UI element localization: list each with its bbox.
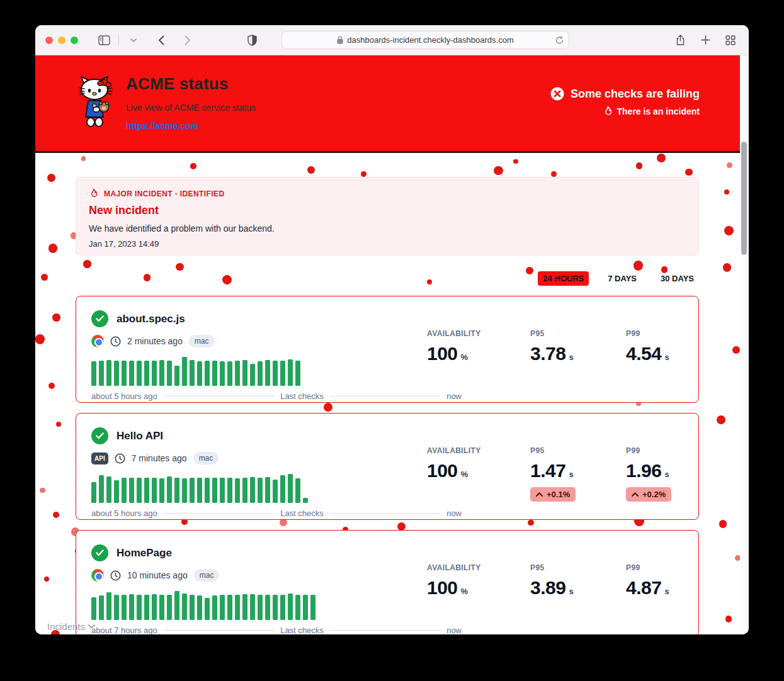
scrollbar-thumb[interactable]	[741, 142, 747, 255]
check-result-bar	[235, 478, 240, 503]
check-result-bar	[265, 477, 270, 503]
x-circle-icon	[550, 87, 564, 101]
check-result-bar	[106, 476, 111, 503]
timeline-divider	[164, 396, 274, 397]
incident-timestamp: Jan 17, 2023 14:49	[89, 239, 686, 249]
p95-delta-badge: +0.1%	[530, 487, 576, 502]
tab-7-days[interactable]: 7 DAYS	[603, 271, 642, 286]
clock-icon	[110, 570, 121, 581]
check-card-homepage: HomePage 10 minutes ago mac abo	[76, 530, 699, 634]
timeline-start: about 5 hours ago	[91, 509, 157, 518]
p99-value: 1.96	[626, 460, 661, 481]
check-result-bar	[129, 594, 134, 620]
check-result-bar	[114, 595, 119, 620]
p95-value: 3.89	[530, 577, 565, 598]
check-name: HomePage	[116, 547, 172, 560]
check-passing-icon	[91, 544, 108, 561]
check-result-bar	[182, 478, 187, 503]
check-result-bar	[242, 360, 247, 386]
last-run-time: 10 minutes ago	[127, 570, 188, 580]
availability-value: 100	[427, 577, 458, 598]
check-result-bar	[197, 478, 202, 503]
close-window-button[interactable]	[45, 37, 53, 44]
time-range-selector: 24 HOURS 7 DAYS 30 DAYS	[76, 271, 699, 286]
check-result-bar	[106, 360, 111, 386]
p95-value: 3.78	[530, 343, 565, 364]
timeline-end: now	[446, 391, 462, 401]
check-result-bar	[273, 595, 278, 620]
check-result-bar	[303, 498, 308, 503]
chrome-browser-icon	[91, 335, 104, 347]
traffic-lights	[45, 37, 78, 44]
check-result-bar	[280, 475, 285, 503]
check-result-bar	[250, 594, 255, 620]
availability-label: AVAILABILITY	[427, 446, 501, 455]
check-result-bar	[159, 360, 164, 386]
chart-timeline: about 7 hours ago Last checks now	[91, 626, 462, 634]
tab-30-days[interactable]: 30 DAYS	[656, 271, 699, 286]
share-icon[interactable]	[672, 32, 688, 48]
tab-overview-icon[interactable]	[722, 32, 739, 48]
incident-severity-label: MAJOR INCIDENT - IDENTIFIED	[104, 189, 224, 198]
check-result-bar	[212, 478, 217, 503]
check-result-bar	[190, 478, 195, 503]
browser-toolbar: dashboards-incident.checkly-dashboards.c…	[35, 25, 749, 55]
back-button-icon[interactable]	[153, 32, 169, 48]
privacy-shield-icon[interactable]	[244, 32, 260, 48]
check-result-bar	[152, 361, 157, 386]
clock-icon	[115, 453, 125, 464]
check-result-bar	[152, 478, 157, 503]
check-result-bar	[99, 475, 104, 503]
zoom-window-button[interactable]	[71, 37, 78, 44]
check-result-bar	[242, 478, 247, 503]
incident-indicator: There is an incident	[550, 106, 700, 117]
flame-icon	[603, 106, 613, 117]
p99-value: 4.54	[626, 343, 661, 364]
incidents-link[interactable]: Incidents	[47, 621, 95, 632]
tab-24-hours[interactable]: 24 HOURS	[538, 271, 589, 286]
check-result-bar	[273, 480, 278, 503]
check-result-bar	[99, 595, 104, 620]
p99-delta-badge: +0.2%	[626, 487, 671, 502]
check-result-bar	[190, 360, 195, 386]
new-tab-icon[interactable]	[697, 32, 713, 48]
check-result-bar	[91, 482, 96, 503]
timeline-center: Last checks	[280, 626, 324, 634]
minimize-window-button[interactable]	[58, 37, 65, 44]
check-result-bar	[167, 595, 172, 620]
check-result-bar	[174, 366, 179, 386]
check-result-bar	[220, 361, 225, 386]
timeline-end: now	[446, 626, 462, 634]
p99-label: P99	[626, 563, 683, 572]
flame-icon	[89, 188, 98, 199]
address-bar[interactable]: dashboards-incident.checkly-dashboards.c…	[281, 31, 569, 49]
p95-label: P95	[530, 329, 597, 338]
timeline-center: Last checks	[280, 509, 324, 518]
check-result-bar	[129, 361, 134, 386]
check-result-bar	[258, 478, 263, 503]
timeline-divider	[164, 513, 274, 514]
check-card-hello-api: Hello API API 7 minutes ago mac	[76, 413, 699, 520]
check-result-bar	[190, 595, 195, 620]
p99-label: P99	[626, 446, 683, 455]
forward-button-icon[interactable]	[179, 32, 196, 48]
check-result-bar	[265, 360, 270, 386]
sidebar-toggle-icon[interactable]	[96, 32, 112, 48]
reload-icon[interactable]	[555, 36, 564, 45]
timeline-divider	[330, 630, 440, 631]
timeline-divider	[164, 630, 274, 631]
p95-label: P95	[530, 563, 597, 572]
global-status: Some checks are failing	[550, 87, 700, 101]
incident-message: We have identified a problem with our ba…	[89, 223, 686, 234]
incident-title: New incident	[89, 204, 686, 217]
check-result-bar	[159, 478, 164, 503]
sidebar-chevron-down-icon[interactable]	[125, 32, 142, 48]
check-result-bar	[303, 595, 308, 620]
check-result-bar	[265, 595, 270, 620]
company-link[interactable]: https://acme.com	[126, 121, 198, 131]
check-result-bar	[167, 361, 172, 386]
check-result-bar	[227, 361, 232, 386]
check-result-bar	[174, 591, 179, 620]
scrollbar-track[interactable]	[740, 55, 749, 634]
page-content: MAJOR INCIDENT - IDENTIFIED New incident…	[35, 153, 740, 634]
